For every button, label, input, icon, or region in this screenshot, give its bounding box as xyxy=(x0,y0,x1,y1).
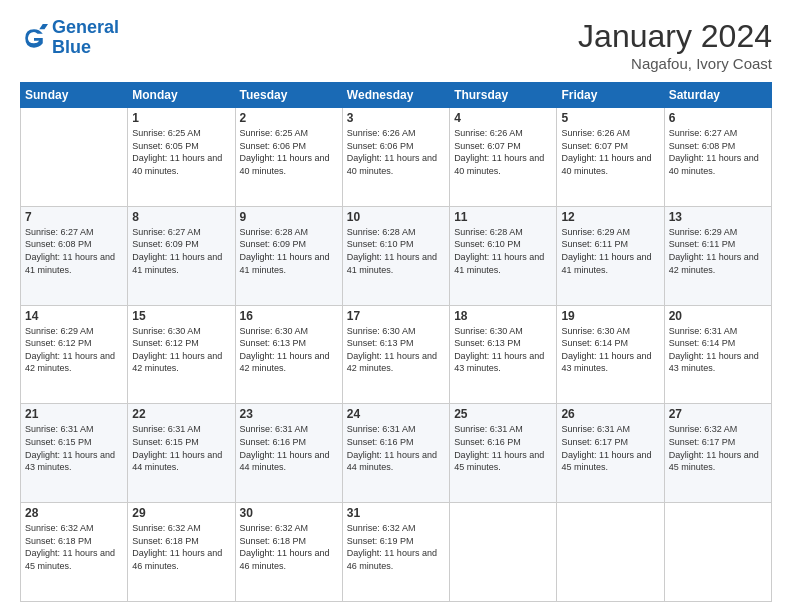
day-number: 30 xyxy=(240,506,338,520)
title-block: January 2024 Nagafou, Ivory Coast xyxy=(578,18,772,72)
day-number: 5 xyxy=(561,111,659,125)
cell-sunrise: Sunrise: 6:29 AMSunset: 6:11 PMDaylight:… xyxy=(561,227,651,275)
day-number: 9 xyxy=(240,210,338,224)
day-number: 13 xyxy=(669,210,767,224)
calendar-cell: 23Sunrise: 6:31 AMSunset: 6:16 PMDayligh… xyxy=(235,404,342,503)
calendar-cell: 20Sunrise: 6:31 AMSunset: 6:14 PMDayligh… xyxy=(664,305,771,404)
cell-sunrise: Sunrise: 6:30 AMSunset: 6:14 PMDaylight:… xyxy=(561,326,651,374)
cell-sunrise: Sunrise: 6:31 AMSunset: 6:15 PMDaylight:… xyxy=(132,424,222,472)
cell-sunrise: Sunrise: 6:27 AMSunset: 6:08 PMDaylight:… xyxy=(669,128,759,176)
calendar-cell: 6Sunrise: 6:27 AMSunset: 6:08 PMDaylight… xyxy=(664,108,771,207)
calendar-day-header: Wednesday xyxy=(342,83,449,108)
calendar-cell: 2Sunrise: 6:25 AMSunset: 6:06 PMDaylight… xyxy=(235,108,342,207)
calendar-cell: 13Sunrise: 6:29 AMSunset: 6:11 PMDayligh… xyxy=(664,206,771,305)
logo-blue: Blue xyxy=(52,37,91,57)
day-number: 21 xyxy=(25,407,123,421)
cell-sunrise: Sunrise: 6:31 AMSunset: 6:16 PMDaylight:… xyxy=(347,424,437,472)
day-number: 19 xyxy=(561,309,659,323)
day-number: 4 xyxy=(454,111,552,125)
day-number: 16 xyxy=(240,309,338,323)
calendar-cell: 3Sunrise: 6:26 AMSunset: 6:06 PMDaylight… xyxy=(342,108,449,207)
cell-sunrise: Sunrise: 6:25 AMSunset: 6:06 PMDaylight:… xyxy=(240,128,330,176)
cell-sunrise: Sunrise: 6:31 AMSunset: 6:17 PMDaylight:… xyxy=(561,424,651,472)
calendar-cell: 16Sunrise: 6:30 AMSunset: 6:13 PMDayligh… xyxy=(235,305,342,404)
day-number: 25 xyxy=(454,407,552,421)
cell-sunrise: Sunrise: 6:32 AMSunset: 6:17 PMDaylight:… xyxy=(669,424,759,472)
cell-sunrise: Sunrise: 6:25 AMSunset: 6:05 PMDaylight:… xyxy=(132,128,222,176)
calendar-cell: 29Sunrise: 6:32 AMSunset: 6:18 PMDayligh… xyxy=(128,503,235,602)
calendar-cell: 10Sunrise: 6:28 AMSunset: 6:10 PMDayligh… xyxy=(342,206,449,305)
calendar-day-header: Thursday xyxy=(450,83,557,108)
day-number: 27 xyxy=(669,407,767,421)
day-number: 22 xyxy=(132,407,230,421)
cell-sunrise: Sunrise: 6:32 AMSunset: 6:18 PMDaylight:… xyxy=(240,523,330,571)
cell-sunrise: Sunrise: 6:27 AMSunset: 6:09 PMDaylight:… xyxy=(132,227,222,275)
calendar-table: SundayMondayTuesdayWednesdayThursdayFrid… xyxy=(20,82,772,602)
calendar-day-header: Saturday xyxy=(664,83,771,108)
logo-general: General xyxy=(52,17,119,37)
day-number: 3 xyxy=(347,111,445,125)
day-number: 28 xyxy=(25,506,123,520)
logo: General Blue xyxy=(20,18,119,58)
calendar-week-row: 21Sunrise: 6:31 AMSunset: 6:15 PMDayligh… xyxy=(21,404,772,503)
cell-sunrise: Sunrise: 6:28 AMSunset: 6:09 PMDaylight:… xyxy=(240,227,330,275)
day-number: 2 xyxy=(240,111,338,125)
day-number: 31 xyxy=(347,506,445,520)
cell-sunrise: Sunrise: 6:26 AMSunset: 6:07 PMDaylight:… xyxy=(454,128,544,176)
calendar-cell: 7Sunrise: 6:27 AMSunset: 6:08 PMDaylight… xyxy=(21,206,128,305)
cell-sunrise: Sunrise: 6:31 AMSunset: 6:15 PMDaylight:… xyxy=(25,424,115,472)
cell-sunrise: Sunrise: 6:26 AMSunset: 6:07 PMDaylight:… xyxy=(561,128,651,176)
day-number: 1 xyxy=(132,111,230,125)
calendar-week-row: 28Sunrise: 6:32 AMSunset: 6:18 PMDayligh… xyxy=(21,503,772,602)
calendar-day-header: Sunday xyxy=(21,83,128,108)
cell-sunrise: Sunrise: 6:31 AMSunset: 6:14 PMDaylight:… xyxy=(669,326,759,374)
calendar-cell: 1Sunrise: 6:25 AMSunset: 6:05 PMDaylight… xyxy=(128,108,235,207)
page: General Blue January 2024 Nagafou, Ivory… xyxy=(0,0,792,612)
day-number: 29 xyxy=(132,506,230,520)
cell-sunrise: Sunrise: 6:30 AMSunset: 6:13 PMDaylight:… xyxy=(347,326,437,374)
cell-sunrise: Sunrise: 6:32 AMSunset: 6:18 PMDaylight:… xyxy=(132,523,222,571)
calendar-day-header: Tuesday xyxy=(235,83,342,108)
day-number: 8 xyxy=(132,210,230,224)
day-number: 17 xyxy=(347,309,445,323)
logo-text: General Blue xyxy=(52,18,119,58)
calendar-cell: 28Sunrise: 6:32 AMSunset: 6:18 PMDayligh… xyxy=(21,503,128,602)
calendar-cell xyxy=(450,503,557,602)
calendar-cell: 22Sunrise: 6:31 AMSunset: 6:15 PMDayligh… xyxy=(128,404,235,503)
calendar-week-row: 1Sunrise: 6:25 AMSunset: 6:05 PMDaylight… xyxy=(21,108,772,207)
calendar-day-header: Friday xyxy=(557,83,664,108)
calendar-cell: 30Sunrise: 6:32 AMSunset: 6:18 PMDayligh… xyxy=(235,503,342,602)
calendar-cell: 9Sunrise: 6:28 AMSunset: 6:09 PMDaylight… xyxy=(235,206,342,305)
calendar-cell: 14Sunrise: 6:29 AMSunset: 6:12 PMDayligh… xyxy=(21,305,128,404)
cell-sunrise: Sunrise: 6:30 AMSunset: 6:12 PMDaylight:… xyxy=(132,326,222,374)
cell-sunrise: Sunrise: 6:28 AMSunset: 6:10 PMDaylight:… xyxy=(347,227,437,275)
cell-sunrise: Sunrise: 6:31 AMSunset: 6:16 PMDaylight:… xyxy=(240,424,330,472)
calendar-cell: 21Sunrise: 6:31 AMSunset: 6:15 PMDayligh… xyxy=(21,404,128,503)
calendar-day-header: Monday xyxy=(128,83,235,108)
logo-icon xyxy=(20,24,48,52)
header: General Blue January 2024 Nagafou, Ivory… xyxy=(20,18,772,72)
day-number: 15 xyxy=(132,309,230,323)
calendar-cell: 24Sunrise: 6:31 AMSunset: 6:16 PMDayligh… xyxy=(342,404,449,503)
day-number: 12 xyxy=(561,210,659,224)
cell-sunrise: Sunrise: 6:28 AMSunset: 6:10 PMDaylight:… xyxy=(454,227,544,275)
day-number: 20 xyxy=(669,309,767,323)
calendar-cell xyxy=(21,108,128,207)
day-number: 11 xyxy=(454,210,552,224)
calendar-header-row: SundayMondayTuesdayWednesdayThursdayFrid… xyxy=(21,83,772,108)
calendar-cell: 27Sunrise: 6:32 AMSunset: 6:17 PMDayligh… xyxy=(664,404,771,503)
cell-sunrise: Sunrise: 6:32 AMSunset: 6:19 PMDaylight:… xyxy=(347,523,437,571)
day-number: 24 xyxy=(347,407,445,421)
day-number: 26 xyxy=(561,407,659,421)
day-number: 7 xyxy=(25,210,123,224)
cell-sunrise: Sunrise: 6:32 AMSunset: 6:18 PMDaylight:… xyxy=(25,523,115,571)
calendar-week-row: 7Sunrise: 6:27 AMSunset: 6:08 PMDaylight… xyxy=(21,206,772,305)
calendar-cell: 5Sunrise: 6:26 AMSunset: 6:07 PMDaylight… xyxy=(557,108,664,207)
cell-sunrise: Sunrise: 6:31 AMSunset: 6:16 PMDaylight:… xyxy=(454,424,544,472)
day-number: 23 xyxy=(240,407,338,421)
cell-sunrise: Sunrise: 6:29 AMSunset: 6:11 PMDaylight:… xyxy=(669,227,759,275)
calendar-cell: 8Sunrise: 6:27 AMSunset: 6:09 PMDaylight… xyxy=(128,206,235,305)
cell-sunrise: Sunrise: 6:27 AMSunset: 6:08 PMDaylight:… xyxy=(25,227,115,275)
cell-sunrise: Sunrise: 6:26 AMSunset: 6:06 PMDaylight:… xyxy=(347,128,437,176)
calendar-cell: 25Sunrise: 6:31 AMSunset: 6:16 PMDayligh… xyxy=(450,404,557,503)
